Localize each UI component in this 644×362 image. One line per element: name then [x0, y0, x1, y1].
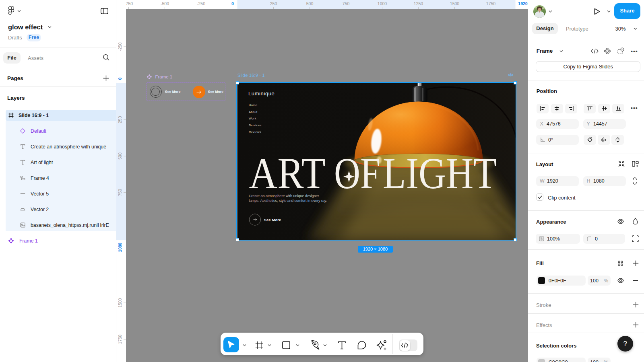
svg-text:0: 0 — [231, 1, 234, 6]
svg-text:-500: -500 — [161, 1, 169, 6]
svg-text:1750: 1750 — [486, 1, 496, 6]
svg-text:1750: 1750 — [118, 335, 122, 344]
svg-text:250: 250 — [118, 116, 122, 123]
svg-text:1500: 1500 — [450, 1, 460, 6]
svg-text:-250: -250 — [118, 42, 122, 51]
svg-text:1920: 1920 — [518, 1, 528, 6]
svg-text:250: 250 — [270, 1, 277, 6]
svg-text:1500: 1500 — [118, 298, 122, 308]
svg-text:1080: 1080 — [118, 243, 122, 252]
svg-text:1000: 1000 — [378, 1, 387, 6]
svg-text:500: 500 — [118, 152, 122, 160]
svg-text:1250: 1250 — [414, 1, 423, 6]
svg-text:750: 750 — [118, 189, 122, 196]
svg-text:0: 0 — [118, 77, 122, 80]
svg-text:-250: -250 — [197, 1, 205, 6]
svg-text:500: 500 — [306, 1, 314, 6]
svg-text:750: 750 — [343, 1, 350, 6]
